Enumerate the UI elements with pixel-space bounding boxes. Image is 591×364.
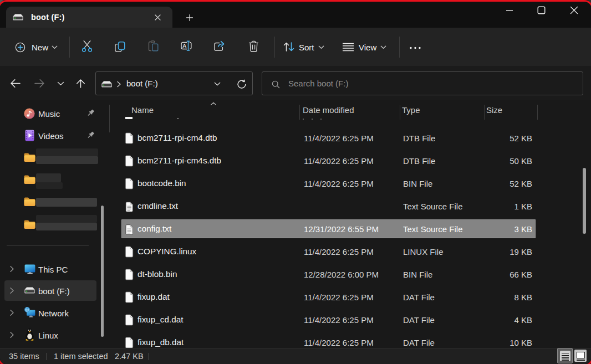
svg-text:A: A [182,43,187,49]
